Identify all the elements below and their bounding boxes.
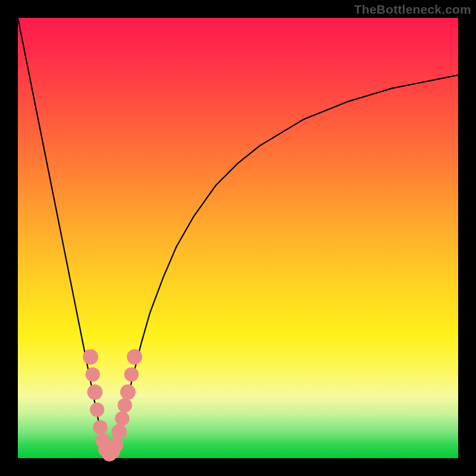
- curve-marker: [111, 424, 127, 440]
- curve-marker: [90, 402, 104, 416]
- plot-area: [18, 18, 458, 458]
- curve-marker: [127, 349, 142, 365]
- bottleneck-curve: [18, 18, 458, 454]
- watermark-text: TheBottleneck.com: [354, 2, 471, 17]
- curve-marker: [86, 367, 100, 381]
- curve-marker: [87, 384, 103, 400]
- curve-marker: [115, 411, 129, 425]
- curve-marker: [120, 384, 136, 400]
- curve-svg: [18, 18, 458, 458]
- curve-marker: [109, 438, 123, 452]
- curve-markers: [83, 349, 142, 462]
- curve-marker: [83, 349, 98, 365]
- curve-marker: [124, 367, 139, 381]
- chart-frame: TheBottleneck.com: [0, 0, 476, 476]
- curve-marker: [118, 398, 132, 412]
- curve-marker: [93, 420, 107, 434]
